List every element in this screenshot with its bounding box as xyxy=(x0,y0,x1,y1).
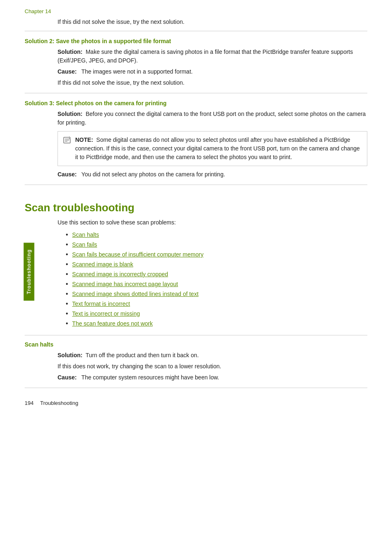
scan-halts-solution-text: Solution: Turn off the product and then … xyxy=(58,351,367,360)
scan-halts-solution-label: Solution: xyxy=(58,352,83,358)
divider-4 xyxy=(25,335,367,335)
scan-halts-followup: If this does not work, try changing the … xyxy=(58,362,367,371)
scan-troubleshooting-heading: Scan troubleshooting xyxy=(25,197,367,214)
solution3-cause-text: Cause: You did not select any photos on … xyxy=(58,170,367,179)
list-item[interactable]: Scanned image shows dotted lines instead… xyxy=(66,289,367,299)
solution2-solution-label: Solution: xyxy=(58,49,83,55)
list-item[interactable]: Text is incorrect or missing xyxy=(66,309,367,319)
scan-link-scanned-image-layout[interactable]: Scanned image has incorrect page layout xyxy=(72,281,178,287)
list-item[interactable]: Scan halts xyxy=(66,230,367,240)
divider-3 xyxy=(25,185,367,185)
solution2-cause-label: Cause: xyxy=(58,68,77,75)
scan-link-scan-halts[interactable]: Scan halts xyxy=(72,231,99,238)
list-item[interactable]: Scanned image is blank xyxy=(66,259,367,269)
scan-halts-solution-content: Turn off the product and then turn it ba… xyxy=(85,352,199,358)
solution3-cause-content: You did not select any photos on the cam… xyxy=(81,171,225,178)
page-footer: 194 Troubleshooting xyxy=(25,400,78,406)
solution3-solution-content: Before you connect the digital camera to… xyxy=(58,111,366,126)
scan-halts-body: Solution: Turn off the product and then … xyxy=(58,351,367,382)
footer-chapter: Troubleshooting xyxy=(40,400,78,406)
list-item[interactable]: Scan fails xyxy=(66,240,367,250)
solution3-solution-text: Solution: Before you connect the digital… xyxy=(58,110,367,127)
solution3-block: Solution 3: Select photos on the camera … xyxy=(25,100,367,179)
scan-link-text-format-incorrect[interactable]: Text format is incorrect xyxy=(72,300,130,307)
scan-link-text-incorrect-missing[interactable]: Text is incorrect or missing xyxy=(72,310,140,317)
scan-intro: Use this section to solve these scan pro… xyxy=(58,219,367,226)
note-icon xyxy=(63,136,72,148)
list-item[interactable]: Scanned image has incorrect page layout xyxy=(66,279,367,289)
scan-link-scan-fails[interactable]: Scan fails xyxy=(72,241,97,248)
scan-halts-cause-label: Cause: xyxy=(58,374,77,381)
solution3-heading: Solution 3: Select photos on the camera … xyxy=(25,100,367,106)
page-number: 194 xyxy=(25,400,34,406)
list-item[interactable]: Scanned image is incorrectly cropped xyxy=(66,269,367,279)
note-label: NOTE: xyxy=(75,136,93,143)
note-box: NOTE: Some digital cameras do not allow … xyxy=(58,131,367,166)
list-item[interactable]: Text format is incorrect xyxy=(66,299,367,309)
divider-5 xyxy=(25,388,367,388)
list-item[interactable]: The scan feature does not work xyxy=(66,319,367,328)
scan-link-scanned-image-blank[interactable]: Scanned image is blank xyxy=(72,261,134,268)
scan-halts-cause-content: The computer system resources might have… xyxy=(81,374,219,381)
scan-halts-cause-text: Cause: The computer system resources mig… xyxy=(58,373,367,382)
solution2-followup: If this did not solve the issue, try the… xyxy=(58,79,367,87)
solution2-solution-text: Solution: Make sure the digital camera i… xyxy=(58,48,367,65)
scan-link-scan-fails-memory[interactable]: Scan fails because of insufficient compu… xyxy=(72,251,204,258)
solution2-cause-text: Cause: The images were not in a supporte… xyxy=(58,67,367,76)
solution2-cause-content: The images were not in a supported forma… xyxy=(81,68,193,75)
divider-1 xyxy=(25,31,367,31)
list-item[interactable]: Scan fails because of insufficient compu… xyxy=(66,250,367,259)
solution2-block: Solution 2: Save the photos in a support… xyxy=(25,38,367,87)
note-content: NOTE: Some digital cameras do not allow … xyxy=(75,136,362,162)
solution3-cause-label: Cause: xyxy=(58,171,77,178)
scan-link-list: Scan haltsScan failsScan fails because o… xyxy=(66,230,367,328)
intro-text: If this did not solve the issue, try the… xyxy=(58,18,367,25)
scan-halts-heading: Scan halts xyxy=(25,341,367,348)
divider-2 xyxy=(25,93,367,93)
solution3-solution-label: Solution: xyxy=(58,111,83,117)
solution3-body: Solution: Before you connect the digital… xyxy=(58,110,367,179)
scan-link-scan-feature-not-work[interactable]: The scan feature does not work xyxy=(72,320,153,327)
solution2-body: Solution: Make sure the digital camera i… xyxy=(58,48,367,87)
scan-halts-block: Scan halts Solution: Turn off the produc… xyxy=(25,341,367,382)
scan-link-scanned-image-dotted[interactable]: Scanned image shows dotted lines instead… xyxy=(72,291,198,297)
chapter-label: Chapter 14 xyxy=(25,8,367,14)
note-text: Some digital cameras do not allow you to… xyxy=(75,136,360,160)
solution2-solution-content: Make sure the digital camera is saving p… xyxy=(58,49,353,64)
solution2-heading: Solution 2: Save the photos in a support… xyxy=(25,38,367,44)
scan-link-scanned-image-cropped[interactable]: Scanned image is incorrectly cropped xyxy=(72,271,168,277)
